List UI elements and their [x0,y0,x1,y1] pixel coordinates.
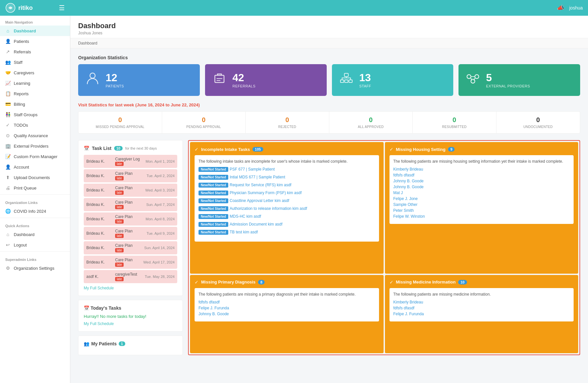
sidebar-item-referrals[interactable]: ↗ Referrals [0,46,70,57]
incomplete-intake-badge: 105 [252,147,263,152]
sidebar-item-label: Account [14,165,29,170]
housing-patient-link[interactable]: Johnny B. Goode [393,185,570,189]
referral-icon: ↗ [5,49,10,54]
task-row: Brideau K. Caregiver Log late Mon. April… [84,155,177,168]
user-name: joshua [569,5,583,10]
task-row: Brideau K. Care Plan late Wed. April 3, … [84,184,177,197]
incomplete-intake-card: ✓ Incomplete Intake Tasks 105 The follow… [190,142,384,274]
sidebar-item-dashboard[interactable]: ⌂ Dashboard [0,26,70,36]
medicine-items-container: Kimberly Brideaufdfsfs dfasdfFelipe J. F… [393,300,570,316]
intake-link[interactable]: Physician Summary Form (PSF) kim asdf [230,191,302,195]
sidebar-item-label: Billing [14,102,25,107]
sidebar-item-caregivers[interactable]: 🤝 Caregivers [0,67,70,78]
sidebar-item-label: Print Queue [14,186,36,191]
intake-link[interactable]: Coastline Approval Letter kim asdf [230,198,289,203]
staff-groups-icon: 👫 [5,112,10,117]
housing-patient-link[interactable]: Mat J [393,191,570,195]
housing-patient-link[interactable]: fdfsfs dfasdf [393,173,570,177]
sidebar-item-quick-dashboard[interactable]: ⌂ Dashboard [0,229,70,240]
housing-patient-link[interactable]: Felipe W. Winston [393,214,570,219]
sidebar-item-todos[interactable]: ✓ TODOs [0,120,70,130]
sidebar-item-learning[interactable]: 📈 Learning [0,78,70,88]
sidebar-item-staff[interactable]: 👥 Staff [0,57,70,67]
diagnosis-patient-link[interactable]: Felipe J. Furunda [199,306,375,310]
today-full-schedule-link[interactable]: My Full Schedule [84,321,177,326]
intake-link[interactable]: Admission Document kim asdf [230,222,282,227]
sidebar-item-billing[interactable]: 💳 Billing [0,99,70,109]
sidebar-item-logout[interactable]: ↩ Logout [0,240,70,250]
gear-icon: ⚙ [5,265,10,271]
housing-patient-link[interactable]: Felipe J. Jone [393,196,570,201]
housing-patient-link[interactable]: Johnny B. Goode [393,179,570,183]
diagnosis-patient-link[interactable]: Johnny B. Goode [199,312,375,316]
intake-link[interactable]: Request for Service (RFS) kim asdf [230,183,291,187]
intake-link[interactable]: MDS-HC kim asdf [230,214,261,219]
intake-item: New/Not StartedAuthorization to release … [199,206,375,212]
upload-icon: ⬆ [5,175,10,180]
sidebar-item-custom-form-manager[interactable]: 📝 Custom Form Manager [0,151,70,162]
missed-count: 0 [82,116,159,124]
intake-link[interactable]: PSF 677 | Sample Patient [230,167,275,172]
learning-icon: 📈 [5,81,10,86]
housing-patient-link[interactable]: Kimberly Brideau [393,167,570,172]
sidebar-item-staff-groups[interactable]: 👫 Staff Groups [0,109,70,120]
undocumented-count: 0 [500,116,577,124]
diagnosis-patient-link[interactable]: fdfsfs dfasdf [199,300,375,304]
svg-rect-5 [345,80,348,82]
sidebar-item-covid[interactable]: 🌐 COVID Info 2024 [0,206,70,216]
svg-rect-4 [340,80,344,82]
missing-housing-body: The following patients are missing housi… [389,155,574,224]
sidebar-item-quality-assurance[interactable]: ⊙ Quality Assurance [0,130,70,141]
missing-housing-title: Missing Housing Setting [396,147,446,152]
svg-rect-6 [349,80,352,82]
incomplete-intake-desc: The following intake tasks are incomplet… [199,159,375,164]
check-icon-2: ✓ [389,147,393,152]
sidebar-item-print-queue[interactable]: 🖨 Print Queue [0,183,70,193]
approved-count: 0 [333,116,409,124]
bell-icon[interactable]: 📣 [557,4,564,11]
intake-link[interactable]: Intial MDS 677 | Sample Patient [230,175,285,179]
task-rows-container: Brideau K. Caregiver Log late Mon. April… [84,155,177,283]
missing-diagnosis-badge: 8 [258,280,265,284]
task-list-section: 📅 Task List 10 for the next 30 days Brid… [78,140,183,296]
medicine-patient-link[interactable]: Felipe J. Furunda [393,312,570,316]
today-tasks-title: 📅 Today's Tasks [84,305,177,311]
sidebar-item-label: Patients [14,39,29,44]
intake-link[interactable]: Authorization to release information kim… [230,206,307,211]
sidebar-item-account[interactable]: 👤 Account [0,162,70,172]
medicine-patient-link[interactable]: Kimberly Brideau [393,300,570,304]
new-not-started-tag: New/Not Started [199,167,228,172]
task-date: Mon. April 1, 2024 [146,159,175,163]
late-badge: late [115,205,124,209]
new-not-started-tag: New/Not Started [199,198,228,203]
visit-stat-pending: 0 PENDING APPROVAL [162,112,246,133]
staff-label: STAFF [359,84,372,88]
sidebar-item-org-settings[interactable]: ⚙ Organization Settings [0,263,70,273]
svg-rect-3 [344,73,348,77]
sidebar-item-patients[interactable]: 👤 Patients [0,36,70,46]
medicine-patient-link[interactable]: fdfsfs dfasdf [393,306,570,310]
sidebar-item-label: Upload Documents [14,175,50,180]
task-row: Brideau K. Care Plan late Sun. April 7, … [84,198,177,211]
sidebar-item-reports[interactable]: 📋 Reports [0,88,70,99]
housing-patient-link[interactable]: Peter Smith [393,208,570,213]
stat-card-referrals-info: 42 REFERRALS [233,72,256,88]
incomplete-intake-title: Incomplete Intake Tasks [201,147,250,152]
intake-link[interactable]: TB test kim asdf [230,230,258,234]
page-header: Dashboard Joshua Jones [70,16,588,38]
staff-count: 13 [359,72,372,83]
late-badge: late [115,219,124,224]
new-not-started-tag: New/Not Started [199,206,228,211]
intake-items-container: New/Not StartedPSF 677 | Sample PatientN… [199,167,375,236]
task-type: Care Plan late [115,214,140,224]
hamburger-icon[interactable]: ☰ [59,4,65,12]
breadcrumb: Dashboard [70,38,588,48]
my-full-schedule-link[interactable]: My Full Schedule [84,286,177,290]
home-icon: ⌂ [5,28,10,33]
sidebar-item-external-providers[interactable]: 🏢 External Providers [0,141,70,151]
housing-patient-link[interactable]: Sample Other [393,202,570,207]
logout-icon: ↩ [5,242,10,247]
intake-item: New/Not StartedRequest for Service (RFS)… [199,183,375,189]
sidebar-item-label: Reports [14,91,29,96]
sidebar-item-upload-documents[interactable]: ⬆ Upload Documents [0,172,70,183]
